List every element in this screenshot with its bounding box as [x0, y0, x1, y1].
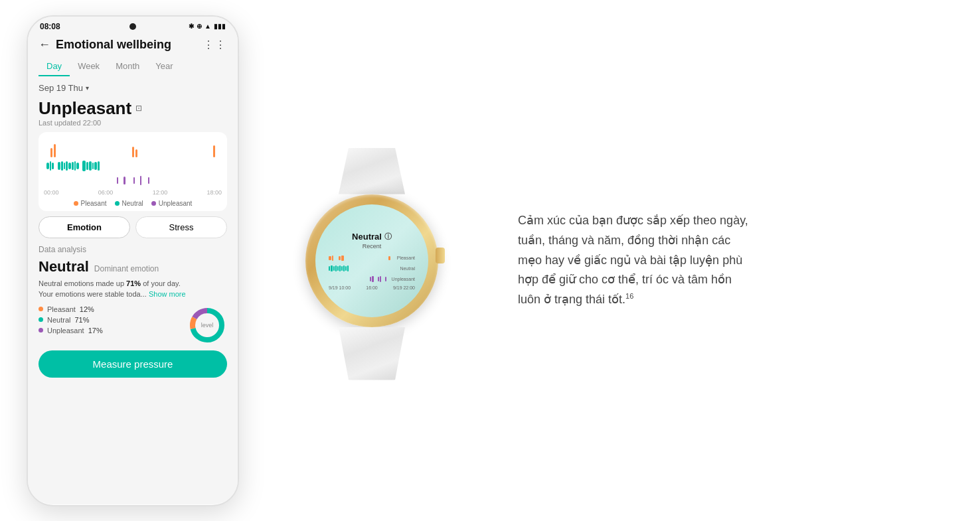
back-button[interactable]: ← [39, 38, 50, 52]
chart-legend: Pleasant Neutral Unpleasant [44, 200, 222, 207]
legend-label-neutral: Neutral [122, 200, 143, 207]
wifi-icon: ⊕ [197, 23, 202, 30]
tab-week[interactable]: Week [70, 57, 108, 76]
dominant-emotion-label: Neutral [39, 258, 89, 275]
legend-pleasant: Pleasant [74, 200, 107, 207]
external-link-icon[interactable]: ⊡ [135, 104, 142, 113]
chart-area: 00:00 06:00 12:00 18:00 Pleasant Neutral [39, 132, 227, 211]
watch-xaxis: 9/19 10:00 16:00 9/19 22:00 [329, 285, 415, 290]
stat-pleasant: Pleasant 12% [39, 305, 103, 313]
app-header: ← Emotional wellbeing ⋮⋮ [39, 34, 227, 57]
bar-seg [66, 161, 68, 171]
bar-seg [58, 162, 60, 170]
bar-seg [82, 161, 86, 171]
watch-info-icon[interactable]: ⓘ [384, 232, 392, 242]
watch-strap-top [339, 148, 405, 194]
watch-bar [372, 276, 374, 282]
watch-bar [341, 256, 344, 261]
bar-seg [117, 177, 118, 184]
watch-bar [332, 256, 333, 261]
status-icons: ✱ ⊕ ▲ ▮▮▮ [189, 23, 226, 30]
watch-bar [337, 266, 339, 271]
emotion-desc-1: Neutral emotions made up [39, 279, 126, 287]
bar-seg [76, 163, 79, 169]
watch-xaxis-2: 9/19 22:00 [393, 285, 415, 290]
watch-label-unpleasant: Unpleasant [392, 277, 415, 281]
watch-bar [380, 276, 381, 282]
menu-button[interactable]: ⋮⋮ [203, 38, 227, 51]
section-label: Data analysis [39, 245, 227, 254]
bar-seg [46, 163, 49, 169]
camera-dot [129, 23, 136, 30]
xaxis-label: 18:00 [206, 189, 222, 196]
bar-seg [213, 145, 215, 157]
date-row[interactable]: Sep 19 Thu ▾ [39, 83, 227, 93]
donut-label: level [201, 322, 214, 329]
stat-dot-pleasant [39, 307, 43, 311]
date-label: Sep 19 Thu [39, 83, 83, 93]
bar-seg [89, 161, 92, 171]
bar-seg [86, 162, 88, 170]
neutral-bars [44, 159, 222, 173]
app-title: Emotional wellbeing [56, 38, 171, 52]
dominant-emotion-row: Neutral Dominant emotion [39, 258, 227, 275]
xaxis-label: 00:00 [44, 189, 59, 196]
stat-label-neutral: Neutral [47, 316, 70, 324]
watch-bar [329, 256, 331, 260]
watch-xaxis-1: 16:00 [366, 285, 378, 290]
watch-bar [333, 266, 335, 271]
stats-row: Pleasant 12% Neutral 71% Unpleasant 17% [39, 305, 227, 345]
watch-unpleasant-row: Unpleasant [329, 275, 415, 284]
status-time: 08:08 [40, 22, 60, 31]
stat-unpleasant: Unpleasant 17% [39, 327, 103, 335]
emotion-value: Unpleasant [39, 98, 131, 119]
description-text: Cảm xúc của bạn được sắp xếp theo ngày, … [518, 211, 757, 309]
bar-seg [52, 163, 54, 169]
watch-screen: Neutral ⓘ Recent [315, 204, 428, 317]
bar-seg [133, 177, 135, 184]
dominant-emotion-sub: Dominant emotion [94, 264, 159, 273]
bar-seg [72, 162, 74, 170]
watch-strap-bottom [339, 327, 405, 380]
show-more-button[interactable]: Show more [149, 290, 186, 298]
watch-bar [345, 266, 347, 271]
watch-bar [378, 277, 379, 281]
watch-bar [339, 256, 341, 260]
watch-chart-rows: Pleasant [329, 254, 415, 290]
bar-seg [54, 144, 56, 157]
emotion-toggle[interactable]: Emotion [39, 216, 130, 238]
watch-neutral-text: Neutral [352, 232, 382, 242]
stats-list: Pleasant 12% Neutral 71% Unpleasant 17% [39, 305, 103, 335]
phone: 08:08 ✱ ⊕ ▲ ▮▮▮ ← Emotional wellbeing ⋮⋮ [27, 15, 239, 506]
emotion-desc-2: of your day. [141, 279, 181, 287]
bar-seg [148, 177, 149, 184]
xaxis-label: 12:00 [153, 189, 168, 196]
bar-seg [94, 162, 97, 170]
stat-pct-pleasant: 12% [80, 305, 94, 313]
bar-seg [50, 148, 52, 157]
bar-seg [61, 161, 63, 171]
bluetooth-icon: ✱ [189, 23, 194, 30]
tab-year[interactable]: Year [147, 57, 181, 76]
tabs-row: Day Week Month Year [39, 57, 227, 76]
measure-pressure-button[interactable]: Measure pressure [39, 350, 227, 378]
legend-dot-unpleasant [151, 201, 156, 206]
tab-month[interactable]: Month [108, 57, 147, 76]
watch-bar [370, 277, 371, 281]
stat-dot-neutral [39, 317, 43, 322]
watch-bar [335, 265, 337, 271]
watch-recent-label: Recent [363, 243, 382, 250]
date-dropdown-icon: ▾ [86, 84, 89, 92]
tab-day[interactable]: Day [39, 57, 70, 76]
stat-pct-neutral: 71% [74, 316, 89, 324]
emotion-desc-3: Your emotions were stable toda... [39, 290, 147, 298]
stress-toggle[interactable]: Stress [135, 216, 227, 238]
watch-label-pleasant: Pleasant [397, 256, 415, 260]
watch-bar [331, 265, 333, 271]
main-container: 08:08 ✱ ⊕ ▲ ▮▮▮ ← Emotional wellbeing ⋮⋮ [0, 0, 980, 521]
watch-bar [388, 256, 390, 260]
legend-unpleasant: Unpleasant [151, 200, 193, 207]
bar-seg [50, 161, 51, 171]
bar-seg [140, 176, 141, 185]
watch-neutral-label: Neutral ⓘ [352, 232, 392, 242]
